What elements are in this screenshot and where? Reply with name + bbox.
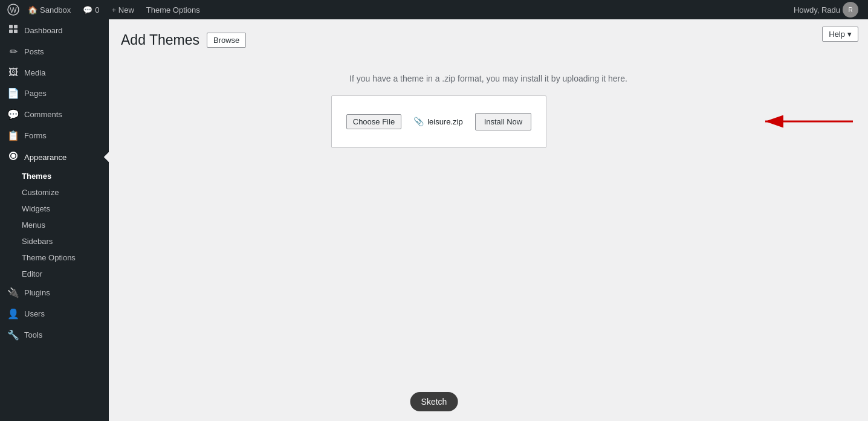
svg-rect-2 [9, 25, 13, 28]
sidebar-item-pages[interactable]: 📄 Pages [0, 83, 109, 104]
users-icon: 👤 [7, 308, 19, 320]
submenu-menus[interactable]: Menus [0, 217, 109, 233]
page-header: Add Themes Browse [121, 31, 856, 50]
sidebar-label-tools: Tools [24, 330, 42, 339]
help-label: Help [829, 30, 845, 39]
upload-description: If you have a theme in a .zip format, yo… [121, 74, 856, 83]
media-icon: 🖼 [7, 67, 19, 78]
svg-rect-3 [14, 25, 18, 28]
tools-icon: 🔧 [7, 329, 19, 341]
sidebar-item-comments[interactable]: 💬 Comments [0, 104, 109, 125]
submenu-sidebars[interactable]: Sidebars [0, 233, 109, 249]
file-name-display: 📎 leisure.zip [413, 117, 463, 126]
content-area: Help ▾ Add Themes Browse If you have a t… [109, 19, 868, 421]
file-name-text: leisure.zip [427, 117, 463, 126]
adminbar-comments[interactable]: 💬 0 [77, 0, 105, 19]
comment-icon: 💬 [83, 5, 92, 14]
forms-icon: 📋 [7, 130, 19, 141]
new-label: + New [112, 5, 134, 14]
sidebar-label-posts: Posts [24, 47, 44, 56]
arrow-annotation [759, 112, 856, 131]
submenu-theme-options[interactable]: Theme Options [0, 249, 109, 266]
svg-text:W: W [10, 6, 17, 14]
file-icon: 📎 [413, 117, 424, 126]
sidebar-item-appearance[interactable]: Appearance [0, 146, 109, 168]
plugins-icon: 🔌 [7, 287, 19, 298]
main-layout: Dashboard ✏ Posts 🖼 Media 📄 Pages 💬 Comm… [0, 19, 868, 421]
sidebar-item-dashboard[interactable]: Dashboard [0, 19, 109, 41]
install-now-button[interactable]: Install Now [475, 113, 532, 130]
sidebar-item-posts[interactable]: ✏ Posts [0, 41, 109, 62]
browse-button[interactable]: Browse [207, 33, 246, 48]
comments-count: 0 [95, 5, 99, 14]
home-icon: 🏠 [28, 5, 37, 14]
submenu-customize[interactable]: Customize [0, 184, 109, 201]
sidebar-label-forms: Forms [24, 131, 47, 140]
admin-bar: W 🏠 Sandbox 💬 0 + New Theme Options Howd… [0, 0, 868, 19]
sidebar-item-forms[interactable]: 📋 Forms [0, 125, 109, 146]
wp-logo[interactable]: W [5, 0, 22, 19]
sidebar-label-comments: Comments [24, 110, 62, 119]
sidebar-label-plugins: Plugins [24, 288, 50, 297]
adminbar-user: Howdy, Radu R [789, 2, 863, 18]
sidebar: Dashboard ✏ Posts 🖼 Media 📄 Pages 💬 Comm… [0, 19, 109, 421]
submenu-themes[interactable]: Themes [0, 168, 109, 184]
submenu-widgets[interactable]: Widgets [0, 201, 109, 217]
svg-rect-4 [9, 30, 13, 33]
adminbar-new[interactable]: + New [106, 0, 140, 19]
dashboard-icon [7, 24, 19, 36]
choose-file-label: Choose File [353, 117, 395, 126]
install-now-label: Install Now [484, 117, 523, 126]
theme-options-label: Theme Options [146, 5, 200, 14]
posts-icon: ✏ [7, 46, 19, 57]
help-chevron-icon: ▾ [847, 30, 852, 39]
upload-box: Choose File 📎 leisure.zip Install Now [331, 95, 546, 148]
sidebar-label-dashboard: Dashboard [24, 26, 63, 35]
choose-file-button[interactable]: Choose File [346, 114, 401, 129]
sidebar-item-plugins[interactable]: 🔌 Plugins [0, 282, 109, 303]
sidebar-label-media: Media [24, 68, 45, 77]
howdy-text: Howdy, Radu [794, 5, 840, 14]
sidebar-item-media[interactable]: 🖼 Media [0, 62, 109, 83]
adminbar-site[interactable]: 🏠 Sandbox [22, 0, 77, 19]
sidebar-item-tools[interactable]: 🔧 Tools [0, 324, 109, 345]
appearance-icon [7, 151, 19, 163]
sidebar-label-appearance: Appearance [24, 153, 66, 162]
submenu-editor[interactable]: Editor [0, 266, 109, 282]
help-button[interactable]: Help ▾ [822, 27, 858, 42]
page-title: Add Themes [121, 31, 199, 50]
browse-label: Browse [213, 36, 239, 45]
red-arrow-icon [759, 112, 856, 131]
svg-rect-5 [14, 30, 18, 33]
sidebar-label-pages: Pages [24, 89, 47, 98]
sidebar-label-users: Users [24, 309, 45, 318]
avatar[interactable]: R [843, 2, 858, 18]
pages-icon: 📄 [7, 88, 19, 99]
sidebar-item-users[interactable]: 👤 Users [0, 303, 109, 324]
adminbar-theme-options[interactable]: Theme Options [140, 0, 206, 19]
appearance-submenu: Themes Customize Widgets Menus Sidebars … [0, 168, 109, 282]
comments-icon: 💬 [7, 109, 19, 120]
site-name: Sandbox [40, 5, 71, 14]
